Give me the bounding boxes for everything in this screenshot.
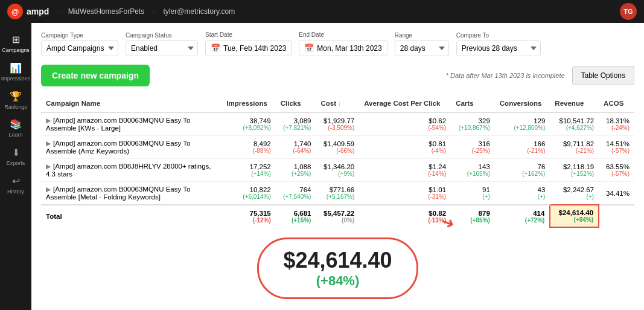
impressions-change: (+6,014%) (226, 193, 271, 200)
cost-change: (+9%) (320, 170, 354, 177)
cell-cost: $771.66(+5,167%) (316, 182, 359, 205)
sidebar-item-impressions-label: Impressions (1, 76, 31, 82)
incomplete-notice: * Data after Mar 13th 2023 is incomplete (446, 72, 565, 79)
row-expander[interactable]: ▶ (46, 186, 51, 193)
table-row: ▶[Ampd] amazon.com B00063MQNU Easy To As… (41, 112, 634, 136)
acos-change: (-57%) (604, 170, 630, 177)
callout-value: $24,614.40 (283, 248, 392, 273)
acos-change: (-24%) (604, 124, 630, 131)
sidebar-item-history[interactable]: ↩ History (1, 170, 30, 198)
row-expander[interactable]: ▶ (46, 117, 51, 124)
end-date-value: Mon, Mar 13th 2023 (317, 44, 381, 53)
sidebar-item-impressions[interactable]: 📊 Impressions (1, 57, 30, 85)
cell-impressions: 38,749(+8,092%) (222, 112, 276, 136)
filter-bar: Campaign Type Ampd Campaigns Campaign St… (41, 31, 634, 56)
cell-conversions: 166(-21%) (495, 136, 550, 159)
cell-acos: 63.55%(-57%) (599, 159, 634, 182)
compare-to-select[interactable]: Previous 28 days (456, 40, 541, 56)
campaign-status-filter: Campaign Status Enabled (126, 32, 198, 56)
end-date-label: End Date (299, 31, 387, 38)
impressions-change: (+14%) (226, 170, 271, 177)
create-campaign-button[interactable]: Create new campaign (41, 65, 150, 86)
cell-avg-cost: $0.62(-54%) (359, 112, 451, 136)
revenue-change: (+) (555, 193, 594, 200)
start-date-picker[interactable]: 📅 Tue, Feb 14th 2023 (205, 40, 292, 56)
cell-impressions: 17,252(+14%) (222, 159, 276, 182)
sidebar-item-learn[interactable]: 📚 Learn (1, 114, 30, 141)
account-email: tyler@metricstory.com (164, 7, 235, 16)
row-expander[interactable]: ▶ (46, 140, 51, 147)
conversions-change: (+12,800%) (500, 124, 546, 131)
cost-change: (+5,167%) (320, 193, 354, 200)
logo-icon: @ (7, 4, 23, 19)
cell-revenue: $2,118.19(+152%) (550, 159, 599, 182)
sidebar-item-rankings[interactable]: 🏆 Rankings (1, 86, 30, 113)
cell-avg-cost: $1.01(-31%) (359, 182, 451, 205)
cell-conversions: 43(+) (495, 182, 550, 205)
campaigns-icon: ⊞ (12, 34, 20, 45)
callout-bubble: $24,614.40 (+84%) (257, 237, 418, 299)
cell-conversions: 76(+162%) (495, 159, 550, 182)
sidebar: ⊞ Campaigns 📊 Impressions 🏆 Rankings 📚 L… (0, 23, 31, 310)
main-layout: ⊞ Campaigns 📊 Impressions 🏆 Rankings 📚 L… (0, 23, 644, 310)
callout-container: ➜ $24,614.40 (+84%) (41, 237, 634, 299)
cell-clicks: 3,089(+7,821%) (276, 112, 316, 136)
start-date-label: Start Date (205, 31, 292, 38)
total-cost: $5,457.22(0%) (316, 205, 359, 227)
history-icon: ↩ (12, 175, 20, 187)
col-header-acos: ACOS (599, 95, 634, 112)
logo: @ ampd (7, 4, 49, 19)
clicks-change: (+7,821%) (281, 124, 311, 131)
cell-conversions: 129(+12,800%) (495, 112, 550, 136)
clicks-change: (+7,540%) (281, 193, 311, 200)
calendar-icon-start: 📅 (211, 44, 220, 53)
avg-cost-change: (-31%) (364, 193, 446, 200)
sidebar-item-exports[interactable]: ⬇ Exports (1, 142, 30, 169)
cell-carts: 316(-25%) (451, 136, 495, 159)
sidebar-item-campaigns-label: Campaigns (2, 47, 30, 54)
cell-acos: 14.51%(-57%) (599, 136, 634, 159)
range-label: Range (395, 32, 449, 39)
campaign-status-select[interactable]: Enabled (126, 40, 198, 56)
cell-acos: 34.41% (599, 182, 634, 205)
learn-icon: 📚 (10, 118, 22, 130)
revenue-change: (+152%) (555, 170, 594, 177)
end-date-picker[interactable]: 📅 Mon, Mar 13th 2023 (299, 40, 387, 56)
campaign-type-select[interactable]: Ampd Campaigns (41, 40, 118, 56)
revenue-change: (+4,627%) (555, 124, 594, 131)
impressions-change: (+8,092%) (226, 124, 271, 131)
cell-avg-cost: $1.24(-14%) (359, 159, 451, 182)
table-options-button[interactable]: Table Options (572, 66, 634, 85)
campaign-type-label: Campaign Type (41, 32, 118, 39)
impressions-change: (-88%) (226, 147, 271, 154)
col-header-cost[interactable]: Cost (316, 95, 359, 112)
cell-cost: $1,409.59(-66%) (316, 136, 359, 159)
total-label: Total (41, 205, 222, 227)
col-header-clicks: Clicks (276, 95, 316, 112)
cell-cost: $1,346.20(+9%) (316, 159, 359, 182)
range-select[interactable]: 28 days (395, 40, 449, 56)
rankings-icon: 🏆 (10, 91, 22, 102)
total-impressions: 75,315(-12%) (222, 205, 276, 227)
clicks-change: (+26%) (281, 170, 311, 177)
cell-clicks: 1,740(-64%) (276, 136, 316, 159)
avatar[interactable]: TG (620, 3, 637, 20)
carts-change: (+10,867%) (456, 124, 490, 131)
clicks-change: (-64%) (281, 147, 311, 154)
range-filter: Range 28 days (395, 32, 449, 56)
cell-impressions: 8,492(-88%) (222, 136, 276, 159)
col-header-avg-cost: Average Cost Per Click (359, 95, 451, 112)
carts-change: (-25%) (456, 147, 490, 154)
sidebar-item-history-label: History (7, 189, 24, 195)
row-expander[interactable]: ▶ (46, 163, 51, 170)
table-row: ▶[Ampd] amazon.com B00063MQNU Easy To As… (41, 136, 634, 159)
total-revenue: $24,614.40(+84%) (550, 205, 599, 227)
sidebar-item-campaigns[interactable]: ⊞ Campaigns (1, 29, 30, 56)
cell-revenue: $10,541.72(+4,627%) (550, 112, 599, 136)
avg-cost-change: (-4%) (364, 147, 446, 154)
acos-change: (-57%) (604, 147, 630, 154)
separator2: · (153, 7, 155, 16)
cell-name: ▶[Ampd] amazon.com B08J8HRLYV 28000+ rat… (41, 159, 222, 182)
total-row: Total 75,315(-12%) 6,681(+15%) $5,457.22… (41, 205, 634, 227)
total-conversions: 414(+72%) (495, 205, 550, 227)
